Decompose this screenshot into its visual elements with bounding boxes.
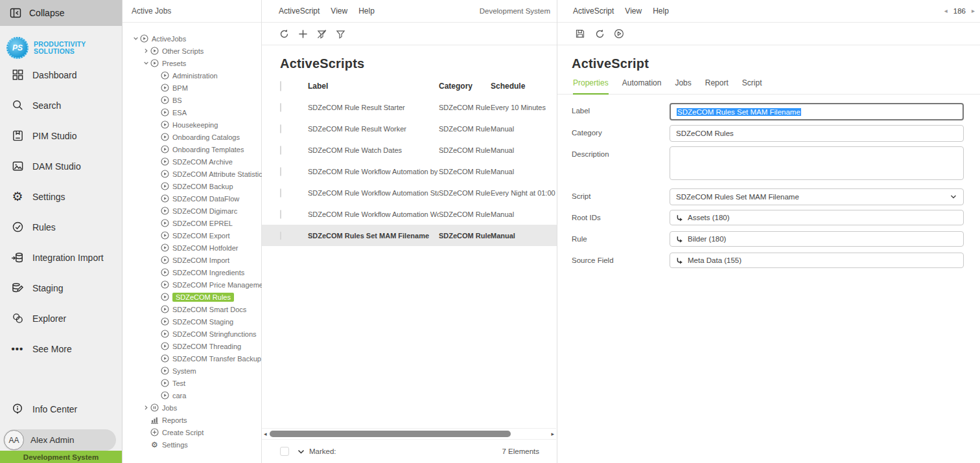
tree-item-sdzecom-export[interactable]: SDZeCOM Export [122, 229, 261, 242]
row-checkbox[interactable] [280, 210, 281, 219]
tree-item-activejobs[interactable]: ActiveJobs [122, 32, 261, 45]
tree-item-cara[interactable]: cara [122, 389, 261, 401]
run-icon[interactable] [613, 28, 625, 40]
table-row[interactable]: SDZeCOM Rules Set MAM FilenameSDZeCOM Ru… [262, 225, 557, 246]
tree-item-sdzecom-price-management[interactable]: SDZeCOM Price Management [122, 278, 261, 291]
column-header-label[interactable]: Label [308, 82, 439, 91]
marked-checkbox[interactable] [280, 447, 289, 456]
sidebar-item-info-center[interactable]: Info Center [0, 396, 122, 422]
menu-view[interactable]: View [331, 6, 347, 16]
tree-item-esa[interactable]: ESA [122, 106, 261, 119]
sidebar-item-dam-studio[interactable]: DAM Studio [0, 151, 122, 181]
row-checkbox[interactable] [280, 103, 281, 112]
filter-clear-icon[interactable] [316, 28, 327, 40]
tree-item-sdzecom-stringfunctions[interactable]: SDZeCOM Stringfunctions [122, 328, 261, 340]
collapse-button[interactable]: Collapse [0, 0, 122, 26]
sidebar-item-explorer[interactable]: Explorer [0, 303, 122, 333]
source-field-field[interactable]: Meta Data (155) [670, 253, 964, 268]
scroll-right-icon[interactable]: ▸ [551, 431, 554, 437]
table-row[interactable]: SDZeCOM Rule Result StarterSDZeCOM Rules… [262, 96, 557, 118]
menu-help[interactable]: Help [358, 6, 375, 16]
expander-right-icon[interactable] [141, 405, 150, 411]
pager-prev-icon[interactable]: ◂ [944, 8, 948, 14]
tab-automation[interactable]: Automation [622, 78, 662, 94]
tree-item-onboarding-catalogs[interactable]: Onboarding Catalogs [122, 131, 261, 143]
tree-item-sdzecom-rules[interactable]: SDZeCOM Rules [122, 291, 261, 303]
category-input[interactable]: SDZeCOM Rules [670, 125, 964, 142]
table-row[interactable]: SDZeCOM Rule Result WorkerSDZeCOM RulesM… [262, 118, 557, 139]
tree-item-test[interactable]: Test [122, 377, 261, 389]
sidebar-item-rules[interactable]: Rules [0, 212, 122, 242]
tree-item-sdzecom-hotfolder[interactable]: SDZeCOM Hotfolder [122, 242, 261, 254]
menu-activescript[interactable]: ActiveScript [279, 6, 320, 16]
tree-item-reports[interactable]: Reports [122, 414, 261, 426]
tree-item-system[interactable]: System [122, 365, 261, 377]
pager-next-icon[interactable]: ▸ [972, 8, 975, 14]
expander-down-icon[interactable] [141, 60, 150, 66]
tree-item-sdzecom-threading[interactable]: SDZeCOM Threading [122, 340, 261, 352]
row-checkbox[interactable] [280, 124, 281, 133]
add-icon[interactable] [297, 28, 309, 40]
description-textarea[interactable] [670, 146, 964, 180]
row-checkbox[interactable] [280, 188, 281, 198]
tree-item-sdzecom-eprel[interactable]: SDZeCOM EPREL [122, 217, 261, 229]
tree-item-presets[interactable]: Presets [122, 57, 261, 69]
tree-item-sdzecom-attribute-statistics[interactable]: SDZeCOM Attribute Statistics [122, 168, 261, 180]
tree-item-sdzecom-ingredients[interactable]: SDZeCOM Ingredients [122, 266, 261, 278]
tree-item-administration[interactable]: Administration [122, 69, 261, 82]
tree-item-sdzecom-transfer-backup[interactable]: SDZeCOM Transfer Backup [122, 352, 261, 365]
filter-icon[interactable] [334, 28, 346, 40]
save-icon[interactable] [574, 28, 586, 40]
sidebar-item-see-more[interactable]: •••See More [0, 333, 122, 364]
row-checkbox[interactable] [280, 231, 281, 240]
tree-item-bs[interactable]: BS [122, 94, 261, 106]
expander-right-icon[interactable] [141, 48, 150, 54]
sidebar-item-staging[interactable]: Staging [0, 273, 122, 303]
tab-report[interactable]: Report [705, 78, 729, 94]
tab-jobs[interactable]: Jobs [675, 78, 691, 94]
scrollbar-track[interactable] [269, 431, 550, 437]
rule-field[interactable]: Bilder (180) [670, 231, 964, 247]
script-select[interactable]: SDZeCOM Rules Set MAM Filename [670, 188, 964, 205]
table-row[interactable]: SDZeCOM Rule Workflow Automation by d...… [262, 161, 557, 182]
tree-item-sdzecom-archive[interactable]: SDZeCOM Archive [122, 155, 261, 168]
horizontal-scrollbar[interactable]: ◂ ▸ [262, 428, 556, 439]
tree-item-sdzecom-staging[interactable]: SDZeCOM Staging [122, 315, 261, 328]
chevron-down-icon[interactable] [298, 448, 305, 455]
tree-item-onboarding-templates[interactable]: Onboarding Templates [122, 143, 261, 155]
column-header-schedule[interactable]: Schedule [491, 82, 557, 91]
table-row[interactable]: SDZeCOM Rule Workflow Automation Starter… [262, 182, 557, 203]
user-menu[interactable]: AA Alex Admin [3, 429, 116, 451]
tree-item-housekeeping[interactable]: Housekeeping [122, 119, 261, 131]
sidebar-item-dashboard[interactable]: Dashboard [0, 60, 122, 90]
table-row[interactable]: SDZeCOM Rule Workflow Automation WorkerS… [262, 203, 557, 225]
tree-item-sdzecom-digimarc[interactable]: SDZeCOM Digimarc [122, 205, 261, 217]
tab-script[interactable]: Script [742, 78, 762, 94]
menu-activescript[interactable]: ActiveScript [573, 6, 614, 16]
tree-item-settings[interactable]: ⚙Settings [122, 438, 261, 451]
tree-item-sdzecom-import[interactable]: SDZeCOM Import [122, 254, 261, 266]
refresh-icon[interactable] [594, 28, 605, 40]
tree-item-sdzecom-backup[interactable]: SDZeCOM Backup [122, 180, 261, 192]
row-checkbox[interactable] [280, 146, 281, 155]
tree-item-sdzecom-smart-docs[interactable]: SDZeCOM Smart Docs [122, 303, 261, 315]
column-header-category[interactable]: Category [439, 82, 491, 91]
sidebar-item-integration-import[interactable]: Integration Import [0, 242, 122, 273]
menu-view[interactable]: View [625, 6, 642, 16]
tree-item-bpm[interactable]: BPM [122, 82, 261, 94]
row-checkbox[interactable] [280, 167, 281, 176]
tree-item-other-scripts[interactable]: Other Scripts [122, 45, 261, 57]
menu-help[interactable]: Help [653, 6, 669, 16]
expander-down-icon[interactable] [131, 36, 140, 41]
sidebar-item-pim-studio[interactable]: PIM Studio [0, 120, 122, 151]
label-input[interactable]: SDZeCOM Rules Set MAM Filename [670, 103, 964, 120]
tree-item-sdzecom-dataflow[interactable]: SDZeCOM DataFlow [122, 192, 261, 205]
refresh-icon[interactable] [278, 28, 290, 40]
tree-item-create-script[interactable]: Create Script [122, 426, 261, 438]
scrollbar-thumb[interactable] [270, 431, 511, 437]
select-all-checkbox[interactable] [280, 81, 281, 91]
sidebar-item-search[interactable]: Search [0, 90, 122, 120]
root-ids-field[interactable]: Assets (180) [670, 210, 964, 225]
table-row[interactable]: SDZeCOM Rule Watch DatesSDZeCOM RulesMan… [262, 139, 557, 161]
scroll-left-icon[interactable]: ◂ [264, 431, 267, 437]
